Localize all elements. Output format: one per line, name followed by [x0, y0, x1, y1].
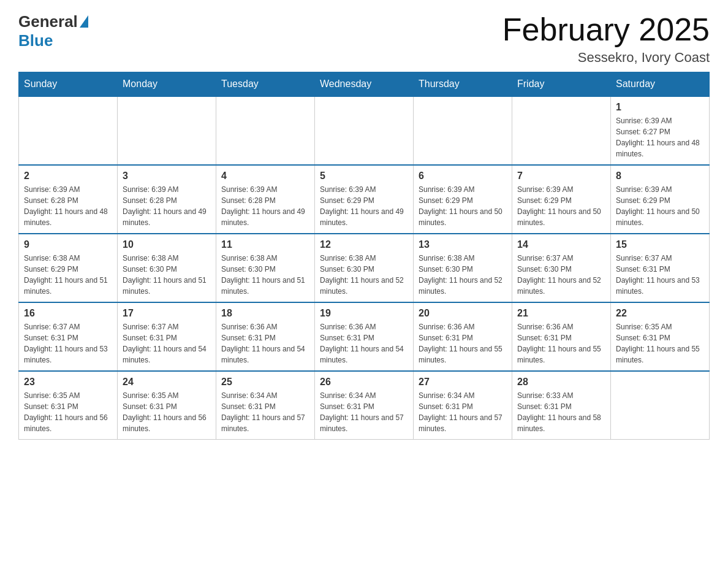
day-number: 11: [221, 239, 309, 250]
day-info: Sunrise: 6:36 AMSunset: 6:31 PMDaylight:…: [320, 321, 408, 366]
day-info: Sunrise: 6:38 AMSunset: 6:29 PMDaylight:…: [24, 253, 112, 297]
week-row-1: 1Sunrise: 6:39 AMSunset: 6:27 PMDaylight…: [19, 96, 710, 165]
day-number: 19: [320, 308, 408, 319]
week-row-3: 9Sunrise: 6:38 AMSunset: 6:29 PMDaylight…: [19, 234, 710, 302]
calendar-cell: 12Sunrise: 6:38 AMSunset: 6:30 PMDayligh…: [315, 234, 414, 302]
day-info: Sunrise: 6:33 AMSunset: 6:31 PMDaylight:…: [517, 390, 605, 434]
calendar-cell: 21Sunrise: 6:36 AMSunset: 6:31 PMDayligh…: [512, 302, 611, 371]
logo-blue-text: Blue: [18, 31, 53, 50]
weekday-header-thursday: Thursday: [414, 72, 512, 97]
day-info: Sunrise: 6:37 AMSunset: 6:31 PMDaylight:…: [123, 321, 211, 366]
calendar-cell: 16Sunrise: 6:37 AMSunset: 6:31 PMDayligh…: [19, 302, 118, 371]
calendar-cell: 23Sunrise: 6:35 AMSunset: 6:31 PMDayligh…: [19, 371, 118, 440]
page-header: General Blue February 2025 Sessekro, Ivo…: [18, 12, 710, 66]
day-info: Sunrise: 6:35 AMSunset: 6:31 PMDaylight:…: [24, 390, 112, 434]
day-info: Sunrise: 6:34 AMSunset: 6:31 PMDaylight:…: [419, 390, 507, 434]
day-info: Sunrise: 6:39 AMSunset: 6:28 PMDaylight:…: [24, 184, 112, 228]
day-number: 10: [123, 239, 211, 250]
calendar-cell: 22Sunrise: 6:35 AMSunset: 6:31 PMDayligh…: [611, 302, 710, 371]
calendar-cell: 10Sunrise: 6:38 AMSunset: 6:30 PMDayligh…: [118, 234, 216, 302]
day-info: Sunrise: 6:39 AMSunset: 6:28 PMDaylight:…: [221, 184, 309, 228]
calendar-cell: [512, 96, 611, 165]
calendar-cell: 2Sunrise: 6:39 AMSunset: 6:28 PMDaylight…: [19, 165, 118, 234]
week-row-5: 23Sunrise: 6:35 AMSunset: 6:31 PMDayligh…: [19, 371, 710, 440]
day-number: 18: [221, 308, 309, 319]
day-number: 27: [419, 377, 507, 388]
day-number: 9: [24, 239, 112, 250]
day-info: Sunrise: 6:36 AMSunset: 6:31 PMDaylight:…: [419, 321, 507, 366]
calendar-cell: [611, 371, 710, 440]
day-number: 26: [320, 377, 408, 388]
calendar-cell: 14Sunrise: 6:37 AMSunset: 6:30 PMDayligh…: [512, 234, 611, 302]
day-number: 2: [24, 170, 112, 182]
calendar-cell: 1Sunrise: 6:39 AMSunset: 6:27 PMDaylight…: [611, 96, 710, 165]
calendar-cell: 15Sunrise: 6:37 AMSunset: 6:31 PMDayligh…: [611, 234, 710, 302]
day-number: 16: [24, 308, 112, 319]
day-info: Sunrise: 6:36 AMSunset: 6:31 PMDaylight:…: [221, 321, 309, 366]
day-info: Sunrise: 6:39 AMSunset: 6:29 PMDaylight:…: [517, 184, 605, 228]
calendar-cell: 3Sunrise: 6:39 AMSunset: 6:28 PMDaylight…: [118, 165, 216, 234]
day-number: 20: [419, 308, 507, 319]
day-info: Sunrise: 6:38 AMSunset: 6:30 PMDaylight:…: [419, 253, 507, 297]
calendar-cell: [118, 96, 216, 165]
day-info: Sunrise: 6:38 AMSunset: 6:30 PMDaylight:…: [221, 253, 309, 297]
day-number: 6: [419, 170, 507, 182]
day-number: 17: [123, 308, 211, 319]
week-row-2: 2Sunrise: 6:39 AMSunset: 6:28 PMDaylight…: [19, 165, 710, 234]
logo: General Blue: [18, 12, 88, 50]
day-info: Sunrise: 6:39 AMSunset: 6:28 PMDaylight:…: [123, 184, 211, 228]
week-row-4: 16Sunrise: 6:37 AMSunset: 6:31 PMDayligh…: [19, 302, 710, 371]
weekday-header-row: SundayMondayTuesdayWednesdayThursdayFrid…: [19, 72, 710, 97]
calendar-cell: 18Sunrise: 6:36 AMSunset: 6:31 PMDayligh…: [216, 302, 315, 371]
logo-general-text: General: [18, 12, 78, 31]
calendar-cell: 13Sunrise: 6:38 AMSunset: 6:30 PMDayligh…: [414, 234, 512, 302]
weekday-header-monday: Monday: [118, 72, 216, 97]
day-number: 28: [517, 377, 605, 388]
calendar-cell: 8Sunrise: 6:39 AMSunset: 6:29 PMDaylight…: [611, 165, 710, 234]
calendar-cell: 9Sunrise: 6:38 AMSunset: 6:29 PMDaylight…: [19, 234, 118, 302]
day-number: 25: [221, 377, 309, 388]
day-info: Sunrise: 6:37 AMSunset: 6:31 PMDaylight:…: [24, 321, 112, 366]
day-info: Sunrise: 6:39 AMSunset: 6:29 PMDaylight:…: [419, 184, 507, 228]
weekday-header-sunday: Sunday: [19, 72, 118, 97]
calendar-cell: 19Sunrise: 6:36 AMSunset: 6:31 PMDayligh…: [315, 302, 414, 371]
day-number: 4: [221, 170, 309, 182]
day-number: 21: [517, 308, 605, 319]
calendar-cell: 25Sunrise: 6:34 AMSunset: 6:31 PMDayligh…: [216, 371, 315, 440]
weekday-header-friday: Friday: [512, 72, 611, 97]
title-section: February 2025 Sessekro, Ivory Coast: [502, 12, 710, 66]
weekday-header-tuesday: Tuesday: [216, 72, 315, 97]
day-info: Sunrise: 6:39 AMSunset: 6:27 PMDaylight:…: [616, 115, 704, 159]
day-number: 14: [517, 239, 605, 250]
day-info: Sunrise: 6:39 AMSunset: 6:29 PMDaylight:…: [616, 184, 704, 228]
day-info: Sunrise: 6:36 AMSunset: 6:31 PMDaylight:…: [517, 321, 605, 366]
calendar-table: SundayMondayTuesdayWednesdayThursdayFrid…: [18, 72, 710, 440]
day-info: Sunrise: 6:35 AMSunset: 6:31 PMDaylight:…: [123, 390, 211, 434]
calendar-cell: [414, 96, 512, 165]
day-info: Sunrise: 6:34 AMSunset: 6:31 PMDaylight:…: [221, 390, 309, 434]
day-info: Sunrise: 6:34 AMSunset: 6:31 PMDaylight:…: [320, 390, 408, 434]
calendar-cell: 28Sunrise: 6:33 AMSunset: 6:31 PMDayligh…: [512, 371, 611, 440]
day-number: 3: [123, 170, 211, 182]
weekday-header-wednesday: Wednesday: [315, 72, 414, 97]
calendar-subtitle: Sessekro, Ivory Coast: [502, 50, 710, 66]
day-number: 13: [419, 239, 507, 250]
calendar-cell: 26Sunrise: 6:34 AMSunset: 6:31 PMDayligh…: [315, 371, 414, 440]
day-number: 5: [320, 170, 408, 182]
day-number: 1: [616, 102, 704, 113]
day-number: 7: [517, 170, 605, 182]
calendar-cell: 4Sunrise: 6:39 AMSunset: 6:28 PMDaylight…: [216, 165, 315, 234]
logo-triangle-icon: [80, 15, 88, 28]
calendar-cell: 24Sunrise: 6:35 AMSunset: 6:31 PMDayligh…: [118, 371, 216, 440]
calendar-cell: 11Sunrise: 6:38 AMSunset: 6:30 PMDayligh…: [216, 234, 315, 302]
calendar-cell: 6Sunrise: 6:39 AMSunset: 6:29 PMDaylight…: [414, 165, 512, 234]
day-info: Sunrise: 6:38 AMSunset: 6:30 PMDaylight:…: [320, 253, 408, 297]
day-number: 24: [123, 377, 211, 388]
day-info: Sunrise: 6:37 AMSunset: 6:31 PMDaylight:…: [616, 253, 704, 297]
calendar-cell: 7Sunrise: 6:39 AMSunset: 6:29 PMDaylight…: [512, 165, 611, 234]
day-info: Sunrise: 6:39 AMSunset: 6:29 PMDaylight:…: [320, 184, 408, 228]
day-info: Sunrise: 6:38 AMSunset: 6:30 PMDaylight:…: [123, 253, 211, 297]
calendar-cell: 20Sunrise: 6:36 AMSunset: 6:31 PMDayligh…: [414, 302, 512, 371]
day-info: Sunrise: 6:35 AMSunset: 6:31 PMDaylight:…: [616, 321, 704, 366]
day-info: Sunrise: 6:37 AMSunset: 6:30 PMDaylight:…: [517, 253, 605, 297]
